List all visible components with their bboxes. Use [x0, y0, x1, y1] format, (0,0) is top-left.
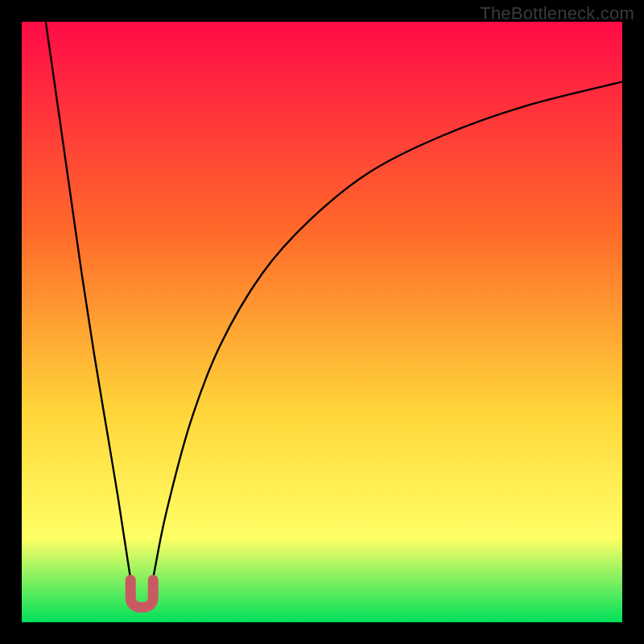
chart-svg: [22, 22, 622, 622]
plot-area: [22, 22, 622, 622]
outer-frame: TheBottleneck.com: [0, 0, 644, 644]
gradient-background: [22, 22, 622, 622]
